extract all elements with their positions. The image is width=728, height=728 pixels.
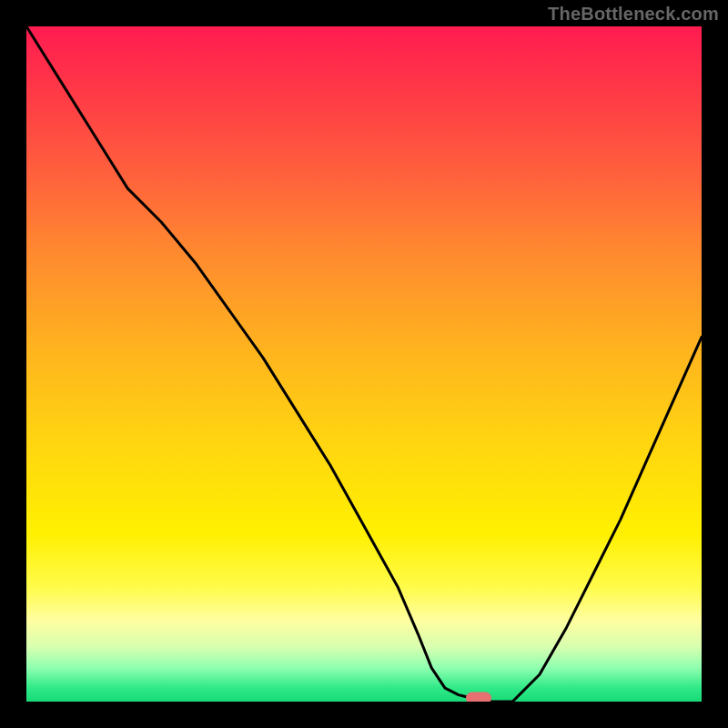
- watermark-text: TheBottleneck.com: [548, 4, 719, 25]
- plot-area: [26, 26, 702, 702]
- bottleneck-curve: [26, 26, 702, 702]
- optimum-marker: [466, 693, 491, 702]
- curve-path: [26, 26, 702, 702]
- chart-frame: TheBottleneck.com: [0, 0, 728, 728]
